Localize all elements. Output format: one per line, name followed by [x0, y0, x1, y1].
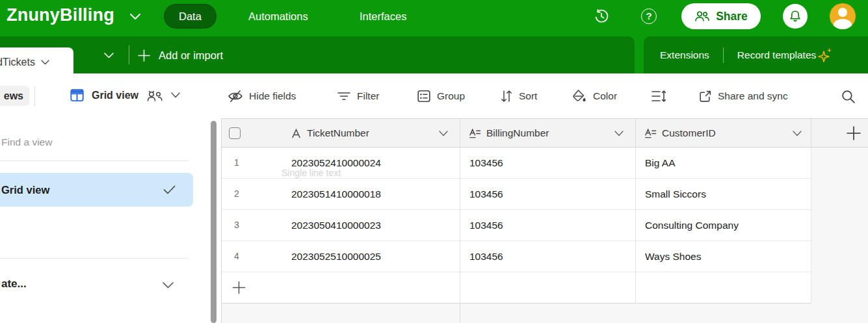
cell-ticketnumber[interactable]: 2023052510000025	[291, 241, 381, 272]
data-grid: TicketNumber BillingNumber	[221, 118, 868, 323]
cell-billingnumber[interactable]: 103456	[469, 241, 503, 272]
toolbar-divider	[34, 86, 35, 106]
share-button[interactable]: Share	[681, 3, 761, 29]
color-label: Color	[593, 90, 617, 102]
app-title[interactable]: ZnunyBilling	[7, 5, 114, 25]
record-templates-label: Record templates	[737, 49, 816, 61]
nav-tab-automations[interactable]: Automations	[234, 4, 322, 29]
sort-arrows-icon	[500, 89, 513, 103]
column-name: TicketNumber	[307, 127, 369, 139]
cell-billingnumber[interactable]: 103456	[469, 148, 503, 178]
plus-icon	[846, 125, 861, 141]
record-templates-button[interactable]: Record templates	[737, 47, 834, 64]
add-field-button[interactable]	[846, 125, 861, 141]
current-view-button[interactable]: Grid view	[70, 88, 180, 103]
view-chevron-down-icon[interactable]	[171, 92, 180, 98]
sidebar-item-grid-view[interactable]: Grid view	[0, 173, 193, 207]
hide-fields-button[interactable]: Hide fields	[228, 88, 296, 105]
column-chevron-down-icon[interactable]	[439, 131, 448, 136]
share-and-sync-button[interactable]: Share and sync	[698, 88, 788, 105]
column-header-billingnumber[interactable]: BillingNumber	[469, 119, 549, 148]
cell-ticketnumber[interactable]: 2023051410000018	[291, 179, 381, 209]
row-height-button[interactable]	[651, 88, 666, 105]
long-text-icon	[644, 128, 657, 139]
cell-customerid[interactable]: Small Siccors	[645, 179, 706, 209]
people-icon	[694, 10, 710, 23]
column-chevron-down-icon[interactable]	[614, 131, 624, 136]
help-icon[interactable]: ?	[641, 8, 657, 24]
collaborators-icon	[146, 89, 164, 102]
filter-icon	[337, 90, 351, 102]
table-row[interactable]: 1 2023052410000024 103456 Big AA	[222, 148, 811, 179]
bell-icon	[788, 9, 802, 23]
grid-view-icon	[70, 88, 85, 103]
find-view-search-input[interactable]: Find a view	[1, 136, 52, 148]
views-toggle-button[interactable]: ews	[0, 86, 29, 106]
row-height-icon	[651, 89, 666, 103]
hide-fields-label: Hide fields	[249, 90, 296, 102]
sort-label: Sort	[519, 90, 537, 102]
filter-button[interactable]: Filter	[337, 88, 379, 105]
sidebar-view-label: Grid view	[1, 184, 49, 196]
table-tab-chevron-down-icon[interactable]	[41, 60, 49, 65]
cell-ticketnumber[interactable]: 2023052410000024	[291, 148, 381, 178]
column-divider[interactable]	[460, 119, 460, 148]
share-and-sync-label: Share and sync	[718, 90, 788, 102]
cell-billingnumber[interactable]: 103456	[469, 179, 503, 209]
sparkle-icon	[817, 47, 834, 64]
current-view-name: Grid view	[92, 90, 138, 101]
table-tab-bar: edTickets Add or import Extensions Recor…	[0, 32, 868, 73]
create-chevron-down-icon[interactable]	[163, 282, 174, 289]
column-name: CustomerID	[662, 127, 716, 139]
cell-customerid[interactable]: Big AA	[645, 148, 676, 178]
grid-column-line	[811, 148, 811, 304]
tab-strip-divider	[129, 45, 129, 64]
notifications-button[interactable]	[783, 4, 808, 29]
extensions-strip: Extensions Record templates	[644, 36, 868, 73]
sidebar-divider	[0, 258, 189, 259]
row-number: 2	[222, 179, 252, 209]
group-icon	[417, 89, 431, 103]
nav-tab-data[interactable]: Data	[164, 4, 217, 29]
avatar-person-icon	[838, 8, 847, 17]
table-row[interactable]: 2 2023051410000018 103456 Small Siccors	[222, 179, 811, 210]
select-all-checkbox[interactable]	[229, 127, 241, 139]
avatar[interactable]	[830, 3, 856, 29]
grid-column-line	[460, 148, 460, 304]
cell-ticketnumber[interactable]: 2023050410000023	[291, 210, 381, 240]
row-number: 4	[222, 241, 252, 272]
history-icon[interactable]	[594, 8, 609, 24]
grid-header-row: TicketNumber BillingNumber	[222, 118, 868, 148]
cell-customerid[interactable]: Consulting Company	[645, 210, 739, 240]
external-link-icon	[698, 90, 712, 103]
column-header-ticketnumber[interactable]: TicketNumber	[291, 119, 369, 148]
color-button[interactable]: Color	[572, 88, 617, 105]
cell-customerid[interactable]: Ways Shoes	[645, 241, 701, 272]
add-row-button[interactable]	[222, 272, 811, 304]
tab-list-chevron-down-icon[interactable]	[104, 53, 114, 58]
column-header-customerid[interactable]: CustomerID	[644, 119, 716, 148]
grid-column-line	[635, 148, 636, 304]
column-chevron-down-icon[interactable]	[793, 131, 802, 136]
cell-billingnumber[interactable]: 103456	[469, 210, 503, 240]
paint-bucket-icon	[572, 88, 587, 104]
group-label: Group	[437, 90, 465, 102]
long-text-icon	[469, 128, 481, 139]
table-row[interactable]: 4 2023052510000025 103456 Ways Shoes	[222, 241, 811, 272]
row-number: 3	[222, 210, 252, 240]
sort-button[interactable]: Sort	[500, 88, 537, 105]
column-name: BillingNumber	[486, 127, 549, 139]
table-row[interactable]: 3 2023050410000023 103456 Consulting Com…	[222, 210, 811, 241]
row-number: 1	[222, 148, 252, 178]
create-view-button[interactable]: ate...	[1, 278, 27, 291]
extensions-button[interactable]: Extensions	[660, 49, 709, 61]
column-divider[interactable]	[635, 119, 636, 148]
column-divider[interactable]	[811, 119, 811, 148]
nav-tab-interfaces[interactable]: Interfaces	[345, 4, 421, 29]
group-button[interactable]: Group	[417, 88, 465, 105]
sidebar-scrollbar[interactable]	[211, 121, 217, 323]
add-or-import-button[interactable]: Add or import	[138, 44, 223, 66]
search-button[interactable]	[841, 88, 856, 105]
app-title-chevron-down-icon[interactable]	[130, 14, 140, 19]
views-sidebar: Find a view Grid view ate...	[0, 118, 221, 323]
